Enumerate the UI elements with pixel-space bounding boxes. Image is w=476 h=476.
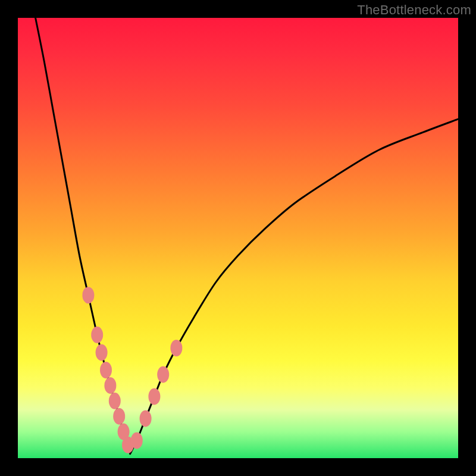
data-marker: [104, 377, 116, 394]
plot-area: [18, 18, 458, 458]
data-marker: [91, 327, 103, 343]
data-marker: [96, 344, 108, 361]
data-marker: [148, 388, 160, 405]
data-marker: [113, 408, 125, 425]
left-curve: [36, 18, 130, 454]
curve-svg: [18, 18, 458, 458]
data-marker: [140, 410, 152, 427]
data-marker: [157, 366, 169, 383]
data-marker: [109, 393, 121, 409]
right-curve: [130, 119, 458, 453]
watermark-text: TheBottleneck.com: [357, 2, 471, 18]
chart-frame: TheBottleneck.com: [0, 0, 476, 476]
marker-group: [82, 287, 182, 453]
data-marker: [170, 340, 182, 356]
data-marker: [131, 432, 143, 449]
curve-group: [36, 18, 458, 454]
data-marker: [82, 287, 94, 303]
data-marker: [100, 362, 112, 378]
